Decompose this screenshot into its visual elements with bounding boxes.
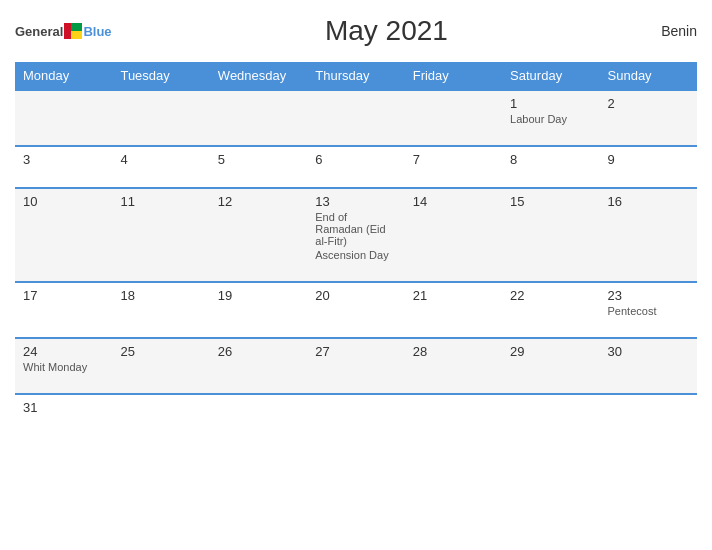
day-number: 15 bbox=[510, 194, 591, 209]
calendar-cell bbox=[15, 90, 112, 146]
day-number: 25 bbox=[120, 344, 201, 359]
calendar-cell: 18 bbox=[112, 282, 209, 338]
calendar-cell bbox=[307, 394, 404, 435]
holiday-label: Labour Day bbox=[510, 113, 591, 125]
calendar-cell bbox=[112, 90, 209, 146]
header-monday: Monday bbox=[15, 62, 112, 90]
day-number: 19 bbox=[218, 288, 299, 303]
day-number: 4 bbox=[120, 152, 201, 167]
day-number: 6 bbox=[315, 152, 396, 167]
holiday-label: End of Ramadan (Eid al-Fitr) bbox=[315, 211, 396, 247]
day-number: 27 bbox=[315, 344, 396, 359]
svg-rect-2 bbox=[71, 31, 82, 39]
calendar-cell: 30 bbox=[600, 338, 697, 394]
day-number: 10 bbox=[23, 194, 104, 209]
calendar-cell: 29 bbox=[502, 338, 599, 394]
logo-general-text: General bbox=[15, 24, 63, 39]
day-number: 8 bbox=[510, 152, 591, 167]
calendar-cell: 20 bbox=[307, 282, 404, 338]
calendar-week-row: 24Whit Monday252627282930 bbox=[15, 338, 697, 394]
header-friday: Friday bbox=[405, 62, 502, 90]
page-header: General Blue May 2021 Benin bbox=[15, 15, 697, 47]
calendar-cell: 8 bbox=[502, 146, 599, 188]
calendar-cell: 13End of Ramadan (Eid al-Fitr)Ascension … bbox=[307, 188, 404, 282]
day-number: 14 bbox=[413, 194, 494, 209]
calendar-cell: 24Whit Monday bbox=[15, 338, 112, 394]
header-saturday: Saturday bbox=[502, 62, 599, 90]
logo: General Blue bbox=[15, 23, 112, 39]
calendar-cell: 26 bbox=[210, 338, 307, 394]
day-number: 26 bbox=[218, 344, 299, 359]
day-number: 16 bbox=[608, 194, 689, 209]
day-number: 13 bbox=[315, 194, 396, 209]
logo-flag-icon bbox=[64, 23, 82, 39]
day-number: 21 bbox=[413, 288, 494, 303]
calendar-cell bbox=[210, 394, 307, 435]
calendar-cell: 3 bbox=[15, 146, 112, 188]
calendar-cell: 4 bbox=[112, 146, 209, 188]
calendar-table: Monday Tuesday Wednesday Thursday Friday… bbox=[15, 62, 697, 435]
calendar-cell: 22 bbox=[502, 282, 599, 338]
calendar-cell bbox=[210, 90, 307, 146]
calendar-cell: 2 bbox=[600, 90, 697, 146]
day-number: 31 bbox=[23, 400, 104, 415]
calendar-cell: 7 bbox=[405, 146, 502, 188]
header-wednesday: Wednesday bbox=[210, 62, 307, 90]
day-number: 23 bbox=[608, 288, 689, 303]
calendar-week-row: 17181920212223Pentecost bbox=[15, 282, 697, 338]
calendar-cell: 15 bbox=[502, 188, 599, 282]
calendar-cell bbox=[405, 394, 502, 435]
day-number: 20 bbox=[315, 288, 396, 303]
calendar-cell bbox=[600, 394, 697, 435]
calendar-cell: 6 bbox=[307, 146, 404, 188]
calendar-cell: 28 bbox=[405, 338, 502, 394]
day-number: 11 bbox=[120, 194, 201, 209]
holiday-label: Ascension Day bbox=[315, 249, 396, 261]
calendar-week-row: 1Labour Day2 bbox=[15, 90, 697, 146]
calendar-cell: 19 bbox=[210, 282, 307, 338]
calendar-cell: 12 bbox=[210, 188, 307, 282]
holiday-label: Whit Monday bbox=[23, 361, 104, 373]
calendar-cell: 31 bbox=[15, 394, 112, 435]
day-number: 29 bbox=[510, 344, 591, 359]
calendar-cell: 16 bbox=[600, 188, 697, 282]
calendar-cell: 1Labour Day bbox=[502, 90, 599, 146]
day-number: 1 bbox=[510, 96, 591, 111]
calendar-cell: 11 bbox=[112, 188, 209, 282]
calendar-cell: 17 bbox=[15, 282, 112, 338]
day-number: 5 bbox=[218, 152, 299, 167]
calendar-cell: 27 bbox=[307, 338, 404, 394]
calendar-week-row: 31 bbox=[15, 394, 697, 435]
day-number: 12 bbox=[218, 194, 299, 209]
country-label: Benin bbox=[661, 23, 697, 39]
calendar-week-row: 10111213End of Ramadan (Eid al-Fitr)Asce… bbox=[15, 188, 697, 282]
calendar-cell: 14 bbox=[405, 188, 502, 282]
day-header-row: Monday Tuesday Wednesday Thursday Friday… bbox=[15, 62, 697, 90]
header-tuesday: Tuesday bbox=[112, 62, 209, 90]
svg-rect-1 bbox=[71, 23, 82, 31]
day-number: 30 bbox=[608, 344, 689, 359]
logo-blue-text: Blue bbox=[83, 24, 111, 39]
svg-rect-0 bbox=[64, 23, 71, 39]
calendar-cell: 9 bbox=[600, 146, 697, 188]
calendar-cell: 5 bbox=[210, 146, 307, 188]
day-number: 7 bbox=[413, 152, 494, 167]
day-number: 22 bbox=[510, 288, 591, 303]
day-number: 2 bbox=[608, 96, 689, 111]
calendar-cell bbox=[405, 90, 502, 146]
calendar-cell: 25 bbox=[112, 338, 209, 394]
day-number: 17 bbox=[23, 288, 104, 303]
calendar-body: 1Labour Day2345678910111213End of Ramada… bbox=[15, 90, 697, 435]
calendar-week-row: 3456789 bbox=[15, 146, 697, 188]
day-number: 28 bbox=[413, 344, 494, 359]
calendar-cell: 23Pentecost bbox=[600, 282, 697, 338]
calendar-cell: 10 bbox=[15, 188, 112, 282]
calendar-cell bbox=[112, 394, 209, 435]
calendar-title: May 2021 bbox=[325, 15, 448, 47]
day-number: 9 bbox=[608, 152, 689, 167]
day-number: 24 bbox=[23, 344, 104, 359]
calendar-cell: 21 bbox=[405, 282, 502, 338]
day-number: 3 bbox=[23, 152, 104, 167]
day-number: 18 bbox=[120, 288, 201, 303]
holiday-label: Pentecost bbox=[608, 305, 689, 317]
